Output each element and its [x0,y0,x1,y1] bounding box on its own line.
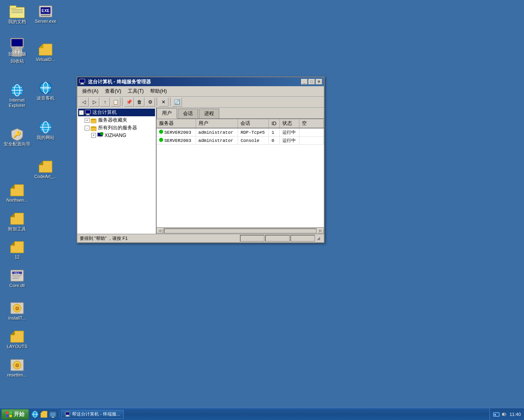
col-server[interactable]: 服务器 [157,119,196,128]
row2-server: SERVER2003 [157,137,196,145]
tray-time[interactable]: 11:40 [509,412,521,417]
expand-all-servers[interactable]: - [85,126,90,131]
close-button[interactable]: ✕ [316,79,322,85]
ie-icon [9,83,25,98]
scroll-left-arrow[interactable]: ◁ [157,228,163,233]
svg-text:🔑: 🔑 [13,131,21,138]
status-panels: ◢ [240,235,321,242]
menu-help[interactable]: 帮助(H) [147,87,170,96]
icon-security[interactable]: 🔑 安全配置向导 [3,127,31,147]
col-status[interactable]: 状态 [279,119,299,128]
folder-quick-icon[interactable] [40,411,48,418]
northwind-label: Northwin... [7,198,28,202]
window-content: - 这台计算机 + 服务器收藏夹 [77,108,324,234]
icon-codeart[interactable]: CodeArt_... [32,159,59,179]
row1-space [299,128,324,137]
svg-rect-26 [15,47,20,49]
row2-status: 运行中 [279,137,299,145]
scroll-track[interactable] [164,228,317,233]
row2-space [299,137,324,145]
scroll-right-arrow[interactable]: ▷ [317,228,324,233]
icon-my-docs[interactable]: 我的文档 [3,4,31,25]
resize-grip[interactable]: ◢ [316,235,321,241]
icon-northwind[interactable]: Northwin... [3,183,31,202]
server-exe-label: Server.exe [35,19,57,24]
menu-view[interactable]: 查看(V) [102,87,124,96]
row1-user: administrator [196,128,238,137]
start-button[interactable]: 开始 [1,409,29,420]
virtual-d-label: VirtualD... [36,57,55,62]
svg-rect-45 [85,110,90,113]
svg-rect-54 [6,411,9,414]
svg-rect-2 [11,9,23,10]
icon-wave-client[interactable]: 波音客机 [32,81,59,101]
tb-paste[interactable]: 📌 [124,98,134,107]
menu-action[interactable]: 操作(A) [79,87,102,96]
tb-back[interactable]: ◁ [79,98,89,107]
status-text: 要得到 "帮助" ，请按 F1 [80,235,128,242]
tray-network-icon[interactable] [493,411,500,418]
tb-up[interactable]: ↑ [100,98,110,107]
icon-layouts[interactable]: LAYOUTS [3,329,31,349]
col-id[interactable]: ID [269,119,279,128]
icon-ie[interactable]: Internet Explorer [3,83,31,108]
desktop-quick-icon[interactable] [49,411,57,418]
tb-copy[interactable]: 📋 [111,98,120,107]
icon-install[interactable]: ⚙ installT... [3,301,31,320]
wave-client-label: 波音客机 [37,95,55,101]
col-space[interactable]: 空 [299,119,324,128]
svg-rect-17 [41,15,50,16]
icon-core-dll[interactable]: DLL Core.dll [3,268,31,288]
tab-sessions[interactable]: 会话 [178,109,198,118]
row2-id: 0 [269,137,279,145]
install-label: installT... [9,316,26,320]
row1-id: 1 [269,128,279,137]
ie-quick-icon[interactable] [31,411,39,418]
table-row[interactable]: SERVER2003 administrator Console 0 运行中 [157,137,324,145]
tab-users[interactable]: 用户 [157,108,177,119]
maximize-button[interactable]: □ [308,79,315,85]
tree-item-all-servers[interactable]: - 所有列出的服务器 [78,124,155,132]
svg-rect-3 [11,11,23,11]
resettime-label: resettim... [7,372,27,377]
northwind-icon [9,183,25,198]
tb-delete[interactable]: 🗑 [135,98,144,107]
svg-rect-55 [9,411,12,414]
expand-this-computer[interactable]: - [79,110,84,115]
tree-item-this-computer[interactable]: - 这台计算机 [78,109,155,116]
icon-virtual-d[interactable]: VirtualD... [32,42,59,62]
window-controls: _ □ ✕ [301,79,322,85]
my-docs-icon [9,4,25,19]
users-table: 服务器 用户 会话 ID 状态 空 SERVER2003 [157,119,324,145]
tree-item-xizhang[interactable]: + XIZHANG [78,132,155,139]
tray-sound-icon[interactable] [501,411,508,418]
col-user[interactable]: 用户 [196,119,238,128]
tb-cancel[interactable]: ✕ [159,98,168,107]
taskbar-item-terminal[interactable]: 帮这台计算机 - 终端服... [61,410,124,419]
tree-item-favorites[interactable]: + 服务器收藏夹 [78,116,155,124]
icon-folder12[interactable]: 12 [3,240,31,259]
minimize-button[interactable]: _ [301,79,308,85]
menu-tools[interactable]: 工具(T) [124,87,147,96]
col-session[interactable]: 会话 [238,119,269,128]
table-row[interactable]: SERVER2003 administrator RDP-Tcp#5 1 运行中 [157,128,324,137]
tb-forward[interactable]: ▷ [90,98,99,107]
icon-resettime[interactable]: ⚙ resettim... [3,358,31,377]
row2-status-dot [159,138,163,142]
expand-xizhang[interactable]: + [91,133,96,138]
folder12-icon [9,240,25,255]
tb-refresh[interactable]: 🔄 [172,98,182,107]
tab-processes[interactable]: 进程 [199,109,219,118]
icon-server-exe[interactable]: EXE Server.exe [32,4,59,24]
tb-properties[interactable]: ⚙ [145,98,155,107]
icon-my-computer[interactable]: 我的电脑 [3,37,31,57]
icon-extra-tools[interactable]: 附加工具 [3,211,31,232]
expand-favorites[interactable]: + [85,118,90,123]
icon-my-network[interactable]: 我的网站 [32,120,59,141]
folder12-label: 12 [15,255,20,259]
svg-rect-42 [81,83,83,84]
my-computer-icon [9,37,25,51]
terminal-services-window: 这台计算机 - 终端服务管理器 _ □ ✕ 操作(A) 查看(V) 工具(T) … [76,76,325,243]
svg-rect-25 [11,39,23,46]
svg-rect-1 [10,6,16,8]
